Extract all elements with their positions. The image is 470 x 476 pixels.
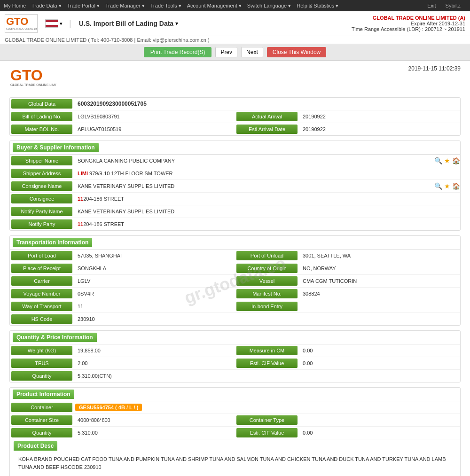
consignee-value: 11204-186 STREET bbox=[74, 195, 460, 203]
time-range: Time Range Accessible (LDR) : 200712 ~ 2… bbox=[352, 26, 465, 32]
page-title: U.S. Import Bill of Lading Data bbox=[79, 20, 173, 27]
consignee-highlight: 11 bbox=[78, 196, 83, 202]
top-navigation: My Home Trade Data ▾ Trade Portal ▾ Trad… bbox=[0, 0, 470, 11]
product-info-title: Product Information bbox=[13, 390, 74, 399]
weight-value: 19,858.00 bbox=[74, 346, 235, 355]
product-info-title-wrap: Product Information bbox=[10, 388, 460, 401]
weight-row: Weight (KG) 19,858.00 Measure in CM 0.00 bbox=[10, 344, 460, 357]
voyage-number-value: 0SV4R bbox=[74, 289, 235, 298]
quantity-price-row: Quantity 5,310.00(CTN) bbox=[10, 370, 460, 382]
container-type-label: Container Type bbox=[236, 415, 298, 425]
hs-code-value: 230910 bbox=[74, 315, 460, 323]
nav-trade-tools[interactable]: Trade Tools ▾ bbox=[150, 3, 181, 9]
container-badge: GESU5564754 ( 4B / L / ) bbox=[75, 404, 142, 411]
close-button-top[interactable]: Close This Window bbox=[267, 47, 326, 57]
manifest-no-label: Manifest No. bbox=[236, 289, 298, 298]
product-desc-section: Product Desc KOHA BRAND POUCHED CAT FOOD… bbox=[10, 439, 460, 476]
consignee-actions: 🔍 ★ 🏠 bbox=[434, 182, 460, 190]
contact-info: GLOBAL TRADE ONLINE LIMITED ( Tel: 400-7… bbox=[5, 37, 210, 43]
record-header: GTO GLOBAL TRADE ONLINE LIMITED 2019-11-… bbox=[9, 65, 461, 93]
shipper-name-value: SONGKLA CANNING PUBLIC COMPANY bbox=[74, 156, 432, 165]
teus-row: TEUS 2.00 Esti. CIF Value 0.00 bbox=[10, 357, 460, 370]
teus-value: 2.00 bbox=[74, 359, 235, 367]
hs-code-row: HS Code 230910 bbox=[10, 313, 460, 325]
nav-my-home[interactable]: My Home bbox=[4, 3, 26, 8]
consignee-star-icon[interactable]: ★ bbox=[444, 182, 450, 190]
quantity-price-title-wrap: Quantity & Price Information bbox=[10, 331, 460, 344]
nav-switch-language[interactable]: Switch Language ▾ bbox=[247, 3, 291, 9]
weight-label: Weight (KG) bbox=[11, 346, 72, 355]
consignee-label: Consignee bbox=[11, 194, 72, 203]
esti-arrival-value: 20190922 bbox=[299, 125, 460, 133]
esti-cif-value-label: Esti. CIF Value bbox=[236, 359, 298, 368]
port-of-load-value: 57035, SHANGHAI bbox=[74, 251, 235, 260]
shipper-address-label: Shipper Address bbox=[11, 169, 72, 178]
title-dropdown[interactable]: ▾ bbox=[175, 20, 178, 27]
nav-trade-manager[interactable]: Trade Manager ▾ bbox=[105, 3, 145, 9]
svg-text:GLOBAL TRADE ONLINE LIMITED: GLOBAL TRADE ONLINE LIMITED bbox=[6, 27, 37, 30]
nav-account-management[interactable]: Account Management ▾ bbox=[187, 3, 242, 9]
product-quantity-value: 5,310.00 bbox=[74, 429, 235, 437]
nav-trade-portal[interactable]: Trade Portal ▾ bbox=[67, 3, 100, 9]
shipper-home-icon[interactable]: 🏠 bbox=[452, 157, 460, 164]
measure-in-cm-value: 0.00 bbox=[299, 346, 460, 355]
shipper-star-icon[interactable]: ★ bbox=[444, 157, 450, 164]
print-button-top[interactable]: Print Trade Record(S) bbox=[144, 47, 212, 57]
port-of-load-row: Port of Load 57035, SHANGHAI Port of Unl… bbox=[10, 250, 460, 262]
consignee-home-icon[interactable]: 🏠 bbox=[452, 182, 460, 190]
container-size-row: Container Size 4000*806*800 Container Ty… bbox=[10, 414, 460, 427]
nav-trade-data[interactable]: Trade Data ▾ bbox=[31, 3, 62, 9]
carrier-row: Carrier LGLV Vessel CMA CGM TUTICORIN bbox=[10, 275, 460, 288]
bill-of-lading-value: LGLVB190803791 bbox=[74, 112, 235, 121]
consignee-name-label: Consignee Name bbox=[11, 181, 72, 191]
main-content: GTO GLOBAL TRADE ONLINE LIMITED 2019-11-… bbox=[0, 61, 470, 476]
shipper-name-row: Shipper Name SONGKLA CANNING PUBLIC COMP… bbox=[10, 155, 460, 167]
product-desc-title: Product Desc bbox=[14, 441, 57, 451]
shipper-actions: 🔍 ★ 🏠 bbox=[434, 157, 460, 164]
notify-party-value: 11204-186 STREET bbox=[74, 220, 460, 228]
consignee-search-icon[interactable]: 🔍 bbox=[434, 182, 442, 190]
global-data-row: Global Data 6003201909230000051705 bbox=[10, 98, 460, 110]
svg-text:GTO: GTO bbox=[6, 16, 28, 27]
country-of-origin-value: NO, NORWAY bbox=[299, 264, 460, 273]
flag-area: ▾ bbox=[45, 19, 63, 28]
logo: GTO GLOBAL TRADE ONLINE LIMITED bbox=[5, 14, 38, 33]
product-info-section: Product Information Container GESU556475… bbox=[9, 387, 461, 476]
product-desc-text: KOHA BRAND POUCHED CAT FOOD TUNA AND PUM… bbox=[14, 453, 456, 474]
port-of-load-label: Port of Load bbox=[11, 251, 72, 260]
container-size-label: Container Size bbox=[11, 415, 72, 425]
nav-help-statistics[interactable]: Help & Statistics ▾ bbox=[297, 3, 338, 9]
notify-party-row: Notify Party 11204-186 STREET bbox=[10, 218, 460, 230]
mater-bol-label: Mater BOL No. bbox=[11, 125, 72, 134]
global-data-value: 6003201909230000051705 bbox=[74, 99, 150, 109]
shipper-search-icon[interactable]: 🔍 bbox=[434, 157, 442, 164]
product-esti-cif-value: 0.00 bbox=[299, 429, 460, 437]
quantity-price-section: Quantity & Price Information Weight (KG)… bbox=[9, 330, 461, 382]
product-quantity-label: Quantity bbox=[11, 428, 72, 437]
container-size-value: 4000*806*800 bbox=[74, 416, 235, 424]
bill-of-lading-label: Bill of Lading No. bbox=[11, 112, 72, 121]
transportation-title-wrap: Transportation Information bbox=[10, 236, 460, 250]
us-flag bbox=[45, 19, 58, 28]
voyage-number-row: Voyage Number 0SV4R Manifest No. 308824 bbox=[10, 288, 460, 300]
svg-text:GTO: GTO bbox=[10, 67, 43, 84]
shipper-name-label: Shipper Name bbox=[11, 156, 72, 165]
manifest-no-value: 308824 bbox=[299, 289, 460, 298]
nav-exit[interactable]: Exit bbox=[427, 3, 436, 8]
expire-date: Expire After 2019-12-31 bbox=[352, 21, 465, 26]
port-of-unload-label: Port of Unload bbox=[236, 251, 298, 260]
prev-button-top[interactable]: Prev bbox=[215, 47, 237, 57]
esti-cif-value-value: 0.00 bbox=[299, 359, 460, 367]
notify-party-name-row: Notify Party Name KANE VETERINARY SUPPLI… bbox=[10, 205, 460, 218]
next-button-top[interactable]: Next bbox=[241, 47, 263, 57]
actual-arrival-label: Actual Arrival bbox=[236, 112, 298, 121]
header-info: GLOBAL TRADE ONLINE LIMITED (A) Expire A… bbox=[352, 15, 465, 32]
header-bar: GTO GLOBAL TRADE ONLINE LIMITED ▾ | U.S.… bbox=[0, 11, 470, 36]
transportation-section: Transportation Information gr.gtodata.co… bbox=[9, 235, 461, 326]
place-of-receipt-row: Place of Receipt SONGKHLA Country of Ori… bbox=[10, 262, 460, 275]
country-of-origin-label: Country of Origin bbox=[236, 264, 298, 273]
teus-label: TEUS bbox=[11, 359, 72, 368]
user-name: Sybil.z bbox=[446, 3, 461, 8]
flag-dropdown[interactable]: ▾ bbox=[60, 21, 63, 27]
notify-party-name-value: KANE VETERINARY SUPPLIES LIMITED bbox=[74, 207, 460, 216]
